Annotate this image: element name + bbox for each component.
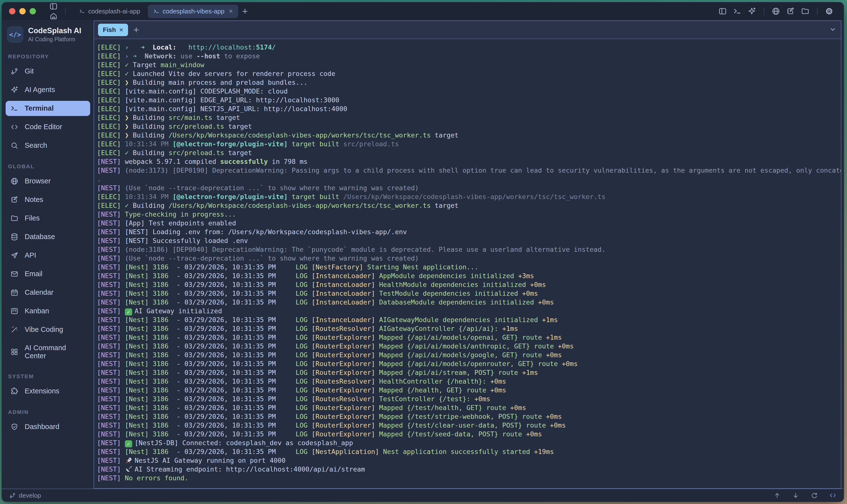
window-tab-codesplash-vibes-app[interactable]: codesplash-vibes-app× [148,5,238,18]
sidebar-item-label: AI Agents [25,86,55,94]
terminal-line: [NEST] (Use `node --trace-deprecation ..… [97,184,841,193]
rocket-icon [125,456,133,464]
sidebar-item-terminal[interactable]: Terminal [6,101,90,116]
new-window-tab-button[interactable]: + [242,6,248,16]
home-icon[interactable] [49,11,58,21]
terminal-line: [ELEC] ✓ Building /Users/kp/Workspace/co… [97,201,841,210]
sidebar-item-label: Extensions [25,387,59,395]
terminal-line: [NEST] ✓AI Gateway initialized [97,307,841,316]
sidebar-item-database[interactable]: Database [6,229,90,245]
settings-gear-icon[interactable] [824,6,834,16]
terminal-line: [ELEC] ✓ Launched Vite dev servers for r… [97,69,841,78]
chevron-down-icon[interactable] [829,25,837,34]
sidebar-item-label: AI Command Center [25,344,86,360]
terminal-line: [NEST] [Nest] 3186 - 03/29/2026, 10:31:3… [97,430,841,438]
titlebar: codesplash-ai-appcodesplash-vibes-app× + [2,2,844,20]
terminal-line: [NEST] [Nest] 3186 - 03/29/2026, 10:31:3… [97,289,841,298]
sidebar-item-label: Code Editor [25,123,62,131]
sidebar-item-search[interactable]: Search [6,138,90,153]
titlebar-right-icons [715,6,836,16]
sidebar-item-label: Git [25,67,34,75]
terminal-line: [ELEC] [vite.main.config] NESTJS_API_URL… [97,105,841,113]
sidebar-item-git[interactable]: Git [6,64,90,79]
close-tab-icon[interactable]: × [229,8,232,15]
app-window: codesplash-ai-appcodesplash-vibes-app× +… [1,2,844,502]
terminal-line: [NEST] Type-checking in progress... [97,210,841,219]
wand-icon [10,325,19,334]
git-branch-indicator[interactable]: develop [9,492,41,499]
terminal-icon[interactable] [732,6,742,16]
terminal-line: [NEST] [Nest] 3186 - 03/29/2026, 10:31:3… [97,350,841,359]
panel-right-icon[interactable] [718,6,727,16]
sidebar-item-label: Dashboard [25,423,59,431]
sidebar-item-label: API [25,251,36,259]
scroll-down-icon[interactable] [792,492,799,499]
terminal-line: [NEST] No errors found. [97,474,841,483]
terminal-line: [NEST] webpack 5.97.1 compiled successfu… [97,157,841,166]
refresh-icon[interactable] [811,492,818,499]
send-icon [10,251,19,260]
window-tab-label: codesplash-ai-app [88,7,140,15]
section-label: ADMIN [8,409,88,415]
sparkles-icon [10,86,19,94]
terminal-line: [ELEC] 10:31:34 PM [@electron-forge/plug… [97,140,841,148]
sidebar-item-kanban[interactable]: Kanban [6,304,90,319]
terminal-line: [ELEC] › ➜ Local: http://localhost:5174/ [97,43,841,52]
sidebar-item-api[interactable]: API [6,248,90,263]
close-window-button[interactable] [9,8,15,14]
terminal-output[interactable]: [ELEC] › ➜ Local: http://localhost:5174/… [94,39,841,488]
terminal-line: [NEST] NestJS AI Gateway running on port… [97,456,841,465]
sidebar-section-repository: REPOSITORYGitAI AgentsTerminalCode Edito… [6,53,90,153]
dev-code-icon[interactable] [829,492,836,499]
panel-left-icon[interactable] [49,2,58,11]
terminal-line: [NEST] [NEST] Loading .env from: /Users/… [97,228,841,236]
sidebar-item-label: Search [25,141,47,149]
puzzle-icon [10,387,19,396]
sidebar-item-vibe-coding[interactable]: Vibe Coding [6,322,90,337]
browser-globe-icon[interactable] [771,6,781,16]
terminal-line: [NEST] [Nest] 3186 - 03/29/2026, 10:31:3… [97,412,841,421]
section-label: SYSTEM [8,373,88,380]
notes-icon[interactable] [786,6,795,16]
sidebar-item-files[interactable]: Files [6,211,90,226]
ai-sparkles-icon[interactable] [747,6,757,16]
terminal-tabbar: Fish × + [94,21,841,39]
terminal-tab-close-icon[interactable]: × [119,26,123,33]
status-bar: develop [2,489,844,502]
app-logo-row: </> CodeSplash AI AI Coding Platform [7,26,89,43]
sidebar-item-label: Kanban [25,307,49,315]
sidebar-item-label: Calendar [25,288,53,296]
git-branch-icon [9,492,16,499]
window-tabs: codesplash-ai-appcodesplash-vibes-app× [73,5,238,18]
sidebar-item-label: Files [25,214,39,222]
sidebar-item-calendar[interactable]: Calendar [6,285,90,300]
sidebar-item-extensions[interactable]: Extensions [6,384,90,399]
terminal-line: [NEST] [NEST] Successfully loaded .env [97,236,841,245]
window-tab-codesplash-ai-app[interactable]: codesplash-ai-app [73,5,145,18]
scroll-up-icon[interactable] [774,492,781,499]
terminal-line: [NEST] [Nest] 3186 - 03/29/2026, 10:31:3… [97,386,841,395]
terminal-line: [ELEC] [vite.main.config] EDGE_API_URL: … [97,96,841,105]
sidebar-item-code-editor[interactable]: Code Editor [6,120,90,134]
terminal-line: [NEST] [Nest] 3186 - 03/29/2026, 10:31:3… [97,395,841,403]
sidebar-section-global: GLOBALBrowserNotesFilesDatabaseAPIEmailC… [6,163,90,363]
sidebar-item-ai-agents[interactable]: AI Agents [6,82,90,97]
new-terminal-tab-button[interactable]: + [134,25,139,35]
minimize-window-button[interactable] [19,8,25,14]
sidebar-item-email[interactable]: Email [6,266,90,282]
terminal-line: [ELEC] ✓ Target main_window [97,60,841,69]
sidebar-item-browser[interactable]: Browser [6,174,90,189]
git-branch-icon [10,67,19,76]
sidebar-item-notes[interactable]: Notes [6,192,90,207]
terminal-tab-fish[interactable]: Fish × [98,24,128,36]
terminal-line: [NEST] [Nest] 3186 - 03/29/2026, 10:31:3… [97,403,841,412]
terminal-line: [NEST] (node:3186) [DEP0040] Deprecation… [97,245,841,254]
sidebar-item-ai-command-center[interactable]: AI Command Center [6,341,90,363]
terminal-line: [NEST] ✓[NestJS-DB] Connected: codesplas… [97,438,841,447]
app-logo-icon: </> [7,26,23,42]
files-folder-icon[interactable] [800,6,810,16]
sidebar-item-dashboard[interactable]: Dashboard [6,419,90,434]
zoom-window-button[interactable] [30,8,36,14]
terminal-line: [NEST] [Nest] 3186 - 03/29/2026, 10:31:3… [97,377,841,386]
terminal-line: [NEST] [Nest] 3186 - 03/29/2026, 10:31:3… [97,316,841,324]
